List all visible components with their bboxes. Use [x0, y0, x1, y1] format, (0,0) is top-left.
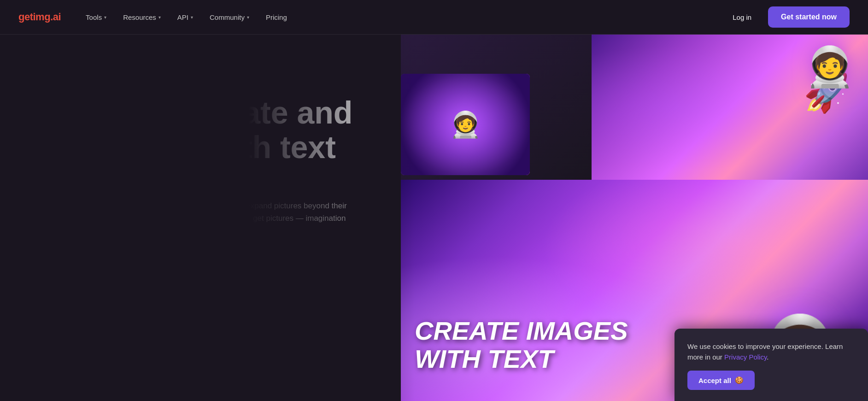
nav-item-resources[interactable]: Resources ▾ [117, 10, 167, 25]
logo-text-start: getimg [18, 11, 50, 23]
nav-label-resources: Resources [123, 13, 156, 21]
hero-image-top-left: 🧑‍🚀 [401, 74, 530, 175]
cookie-banner: We use cookies to improve your experienc… [674, 329, 868, 401]
hero-title-highlight: AI Tools [28, 95, 149, 130]
cookie-text: We use cookies to improve your experienc… [687, 342, 855, 362]
logo[interactable]: getimg.ai [18, 11, 61, 23]
chevron-down-icon: ▾ [191, 15, 193, 20]
nav-item-pricing[interactable]: Pricing [259, 10, 293, 25]
hero-description: Generate images from text in seconds, ed… [28, 200, 350, 237]
nav-label-pricing: Pricing [266, 13, 287, 21]
privacy-policy-link[interactable]: Privacy Policy [724, 353, 767, 361]
accept-label: Accept all [698, 377, 731, 384]
nav-links: Tools ▾ Resources ▾ API ▾ Community ▾ Pr… [79, 10, 725, 25]
nav-item-tools[interactable]: Tools ▾ [79, 10, 113, 25]
overlay-line2: WITH TEXT [415, 345, 628, 373]
nav-right: Log in Get started now [725, 6, 850, 28]
nav-item-community[interactable]: Community ▾ [203, 10, 256, 25]
cookie-text-end: . [767, 353, 768, 361]
get-started-button[interactable]: Get started now [768, 6, 850, 28]
logo-text-end: ai [53, 11, 61, 23]
announcement-text: Meet the AI Resizer: Watch our new YouTu… [36, 67, 183, 74]
chevron-down-icon: ▾ [104, 15, 106, 20]
hero-image-top-right: 🧑‍🚀 [592, 35, 868, 182]
chevron-down-icon: ▾ [247, 15, 249, 20]
nav-label-api: API [177, 13, 188, 21]
start-creating-button[interactable]: Start creating now → [28, 259, 160, 290]
overlay-line1: CREATE IMAGES [415, 317, 628, 345]
nav-item-api[interactable]: API ▾ [171, 10, 199, 25]
login-button[interactable]: Log in [725, 10, 759, 25]
cookie-emoji-icon: 🍪 [735, 376, 744, 384]
hero-title: AI Tools to create and edit images with … [28, 95, 373, 165]
nav-label-tools: Tools [86, 13, 102, 21]
announcement-badge[interactable]: Meet the AI Resizer: Watch our new YouTu… [28, 62, 199, 79]
accept-cookies-button[interactable]: Accept all 🍪 [687, 371, 755, 390]
arrow-right-icon: → [133, 269, 142, 280]
nav-label-community: Community [210, 13, 245, 21]
hero-subtitle: The All-In-One AI Creative toolkit [28, 177, 373, 190]
chevron-down-icon: ▾ [158, 15, 161, 20]
navbar: getimg.ai Tools ▾ Resources ▾ API ▾ Comm… [0, 0, 868, 35]
arrow-icon: › [188, 66, 190, 75]
hero-left: Meet the AI Resizer: Watch our new YouTu… [0, 35, 401, 401]
image-overlay-text: CREATE IMAGES WITH TEXT [415, 317, 628, 373]
cta-label: Start creating now [46, 269, 126, 280]
hero-section: Meet the AI Resizer: Watch our new YouTu… [0, 35, 868, 401]
